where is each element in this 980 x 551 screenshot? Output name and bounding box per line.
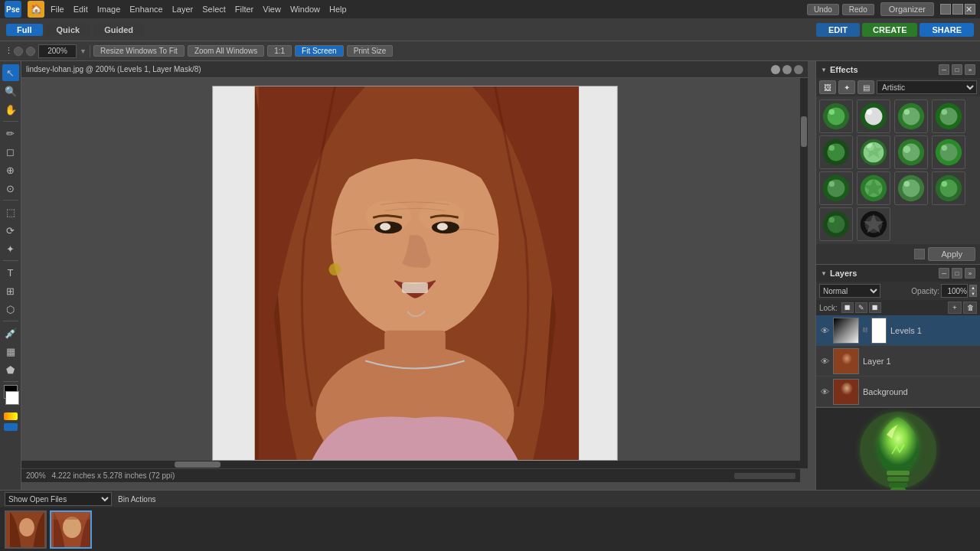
layers-ctrl-1[interactable]: ─ [939, 268, 949, 279]
menu-filter[interactable]: Filter [235, 5, 253, 14]
effects-category-select[interactable]: Artistic [877, 80, 977, 94]
effects-btn-3[interactable]: ▤ [858, 80, 874, 94]
horizontal-scrollbar[interactable] [21, 461, 800, 468]
menu-help[interactable]: Help [329, 5, 347, 14]
home-button[interactable]: 🏠 [28, 1, 44, 18]
mode-full-button[interactable]: Full [6, 24, 43, 36]
apply-button[interactable]: Apply [928, 247, 975, 261]
effect-thumb-13[interactable] [819, 207, 853, 241]
close-button[interactable]: ✕ [965, 4, 975, 15]
maximize-button[interactable] [952, 4, 963, 15]
lock-icon-2[interactable]: ✎ [855, 302, 867, 313]
effects-header[interactable]: ▼ Effects ─ □ » [816, 61, 980, 78]
delete-layer-btn[interactable]: 🗑 [963, 302, 977, 314]
menu-select[interactable]: Select [202, 5, 226, 14]
zoom-input[interactable] [38, 44, 77, 58]
mode-quick-button[interactable]: Quick [46, 24, 91, 36]
layer-row-levels1[interactable]: 👁 ⛓ Levels 1 [816, 315, 980, 346]
tool-zoom[interactable]: 🔍 [2, 83, 19, 99]
opacity-up-btn[interactable]: ▲ [969, 285, 977, 291]
layer-visibility-layer1[interactable]: 👁 [818, 355, 831, 367]
effect-thumb-8[interactable] [932, 135, 965, 169]
effect-thumb-14[interactable] [857, 207, 890, 241]
tool-magic-wand[interactable]: ✦ [2, 240, 19, 257]
lock-icon-3[interactable]: 🔲 [869, 302, 881, 313]
effects-btn-2[interactable]: ✦ [838, 80, 855, 94]
effect-thumb-9[interactable] [819, 171, 853, 205]
fit-screen-button[interactable]: Fit Screen [295, 45, 344, 57]
menu-view[interactable]: View [263, 5, 281, 14]
filmstrip-item-1[interactable] [5, 510, 47, 549]
effects-btn-1[interactable]: 🖼 [819, 80, 836, 94]
layer-row-background[interactable]: 👁 Background [816, 377, 980, 407]
menu-enhance[interactable]: Enhance [129, 5, 162, 14]
menu-image[interactable]: Image [97, 5, 121, 14]
undo-button[interactable]: Undo [807, 4, 839, 15]
menu-window[interactable]: Window [290, 5, 320, 14]
vertical-scrollbar[interactable] [800, 78, 808, 468]
tool-marquee[interactable]: ⬚ [2, 204, 19, 220]
bin-actions-button[interactable]: Bin Actions [118, 495, 155, 504]
layers-ctrl-2[interactable]: □ [952, 268, 962, 279]
tool-crop[interactable]: ⊞ [2, 282, 19, 299]
background-swatch[interactable] [5, 391, 19, 405]
tool-gradient[interactable]: ▦ [2, 343, 19, 360]
opacity-down-btn[interactable]: ▼ [969, 291, 977, 297]
organizer-button[interactable]: Organizer [880, 2, 934, 16]
menu-file[interactable]: File [51, 5, 64, 14]
new-layer-btn[interactable]: + [948, 302, 962, 314]
layers-header[interactable]: ▼ Layers ─ □ » [816, 265, 980, 282]
print-size-button[interactable]: Print Size [347, 45, 394, 57]
effect-thumb-3[interactable] [894, 99, 928, 133]
filmstrip-select[interactable]: Show Open Files [5, 492, 112, 506]
effect-thumb-1[interactable] [819, 99, 853, 133]
doc-minimize[interactable] [771, 65, 780, 74]
doc-close[interactable] [794, 65, 803, 74]
mode-edit-button[interactable]: EDIT [816, 23, 860, 37]
effect-thumb-10[interactable] [857, 171, 890, 205]
tool-healing[interactable]: ⊕ [2, 161, 19, 178]
menu-edit[interactable]: Edit [74, 5, 88, 14]
effect-thumb-4[interactable] [932, 99, 965, 133]
tool-lasso[interactable]: ⟳ [2, 222, 19, 239]
layer-row-layer1[interactable]: 👁 Layer 1 [816, 346, 980, 377]
mode-create-button[interactable]: CREATE [862, 23, 917, 37]
effect-thumb-5[interactable] [819, 135, 853, 169]
lock-icon-1[interactable]: 🔲 [841, 302, 854, 313]
tool-cursor[interactable]: ↖ [2, 64, 19, 81]
zoom-all-button[interactable]: Zoom All Windows [188, 45, 264, 57]
redo-button[interactable]: Redo [842, 4, 874, 15]
tool-eye-dropper[interactable]: 💉 [2, 324, 19, 341]
ratio-button[interactable]: 1:1 [267, 45, 292, 57]
tool-eraser[interactable]: ◻ [2, 143, 19, 160]
zoom-dropdown-btn[interactable]: ▼ [80, 47, 87, 55]
effect-thumb-6[interactable] [857, 135, 890, 169]
apply-checkbox[interactable] [914, 249, 925, 259]
menu-layer[interactable]: Layer [172, 5, 194, 14]
effects-ctrl-3[interactable]: » [965, 64, 975, 75]
resize-windows-button[interactable]: Resize Windows To Fit [93, 45, 185, 57]
tool-hand[interactable]: ✋ [2, 101, 19, 118]
effects-ctrl-1[interactable]: ─ [939, 64, 949, 75]
effect-thumb-12[interactable] [932, 171, 965, 205]
tool-brush[interactable]: ✏ [2, 125, 19, 142]
layer-visibility-levels1[interactable]: 👁 [818, 324, 831, 337]
mode-share-button[interactable]: SHARE [920, 23, 974, 37]
scroll-v-thumb[interactable] [801, 116, 807, 147]
mode-guided-button[interactable]: Guided [93, 24, 144, 36]
minimize-button[interactable] [940, 4, 951, 15]
doc-maximize[interactable] [782, 65, 792, 74]
layer-visibility-background[interactable]: 👁 [818, 386, 831, 398]
tool-type[interactable]: T [2, 264, 19, 281]
tool-clone[interactable]: ⊙ [2, 180, 19, 197]
effect-thumb-7[interactable] [894, 135, 928, 169]
effects-ctrl-2[interactable]: □ [952, 64, 962, 75]
layers-ctrl-3[interactable]: » [965, 268, 975, 279]
tool-paint-bucket[interactable]: ⬟ [2, 361, 19, 378]
scroll-h-thumb[interactable] [175, 461, 220, 468]
opacity-input[interactable] [941, 284, 968, 298]
blend-mode-select[interactable]: Normal [819, 284, 880, 298]
effect-thumb-11[interactable] [894, 171, 928, 205]
tool-polygon[interactable]: ⬡ [2, 301, 19, 318]
effect-thumb-2[interactable] [857, 99, 890, 133]
